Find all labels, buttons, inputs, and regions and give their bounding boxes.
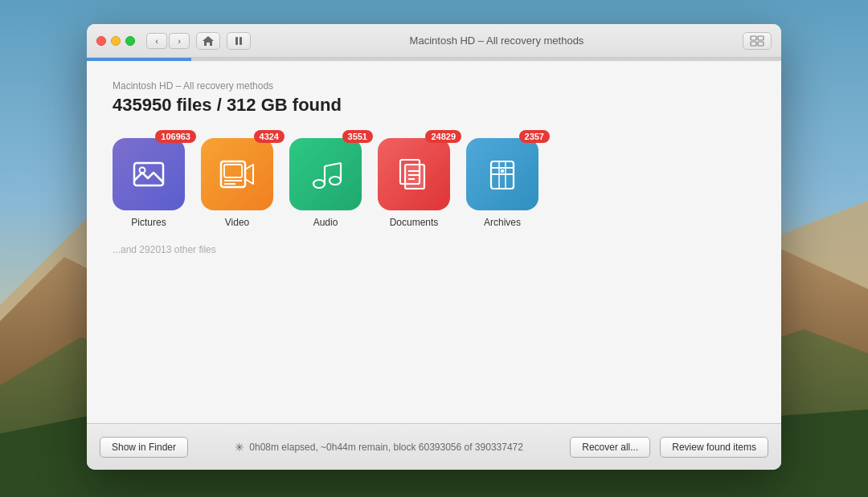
content-area: Macintosh HD – All recovery methods 4359… <box>87 61 781 423</box>
show-in-finder-button[interactable]: Show in Finder <box>100 437 188 458</box>
pictures-icon: 106963 <box>113 138 185 210</box>
content-subtitle: Macintosh HD – All recovery methods <box>113 80 755 92</box>
documents-icon: 24829 <box>378 138 450 210</box>
video-badge: 4324 <box>254 130 285 143</box>
traffic-lights <box>96 36 135 46</box>
category-audio[interactable]: 3551 Audio <box>289 138 362 228</box>
svg-rect-26 <box>405 165 424 189</box>
close-button[interactable] <box>96 36 106 46</box>
nav-buttons: ‹ › <box>146 33 190 49</box>
pictures-badge: 106963 <box>155 130 196 143</box>
window-title: Macintosh HD – All recovery methods <box>257 35 736 47</box>
home-button[interactable] <box>196 32 220 50</box>
other-files-text: ...and 292013 other files <box>113 244 755 255</box>
svg-rect-14 <box>134 163 163 185</box>
svg-rect-13 <box>758 42 764 46</box>
category-video[interactable]: 4324 Video <box>201 138 273 228</box>
archives-badge: 2357 <box>519 130 550 143</box>
svg-rect-17 <box>224 165 242 177</box>
review-found-items-button[interactable]: Review found items <box>660 437 768 458</box>
status-message: 0h08m elapsed, ~0h44m remain, block 6039… <box>249 442 523 453</box>
forward-button[interactable]: › <box>169 33 190 49</box>
audio-badge: 3551 <box>342 130 373 143</box>
category-archives[interactable]: 2357 Archives <box>466 138 538 228</box>
category-documents[interactable]: 24829 Documents <box>378 138 450 228</box>
documents-label: Documents <box>390 217 439 228</box>
svg-rect-34 <box>501 169 504 173</box>
svg-point-20 <box>313 180 325 188</box>
svg-rect-33 <box>499 161 506 189</box>
bottombar: Show in Finder ✳ 0h08m elapsed, ~0h44m r… <box>87 423 781 470</box>
categories-grid: 106963 Pictures 4324 Video <box>113 138 755 228</box>
video-icon: 4324 <box>201 138 273 210</box>
archives-label: Archives <box>484 217 521 228</box>
main-window: ‹ › Macintosh HD – All recovery methods <box>87 24 781 470</box>
audio-icon: 3551 <box>289 138 362 210</box>
archives-icon: 2357 <box>466 138 538 210</box>
main-title: 435950 files / 312 GB found <box>113 95 755 116</box>
maximize-button[interactable] <box>125 36 135 46</box>
category-pictures[interactable]: 106963 Pictures <box>113 138 185 228</box>
svg-line-24 <box>325 163 341 166</box>
back-button[interactable]: ‹ <box>146 33 167 49</box>
video-label: Video <box>225 217 249 228</box>
svg-rect-8 <box>235 37 238 45</box>
spinner-icon: ✳ <box>235 441 244 454</box>
svg-point-21 <box>330 177 341 185</box>
minimize-button[interactable] <box>111 36 121 46</box>
audio-label: Audio <box>313 217 338 228</box>
pictures-label: Pictures <box>131 217 166 228</box>
recover-all-button[interactable]: Recover all... <box>570 437 650 458</box>
documents-badge: 24829 <box>425 130 461 143</box>
svg-rect-9 <box>240 37 242 45</box>
view-toggle-button[interactable] <box>743 32 772 50</box>
svg-rect-10 <box>751 36 756 40</box>
svg-rect-12 <box>751 42 756 46</box>
status-text: ✳ 0h08m elapsed, ~0h44m remain, block 60… <box>198 441 560 454</box>
titlebar: ‹ › Macintosh HD – All recovery methods <box>87 24 781 58</box>
pause-button[interactable] <box>227 32 251 50</box>
svg-rect-30 <box>491 161 514 189</box>
svg-rect-11 <box>758 36 764 40</box>
